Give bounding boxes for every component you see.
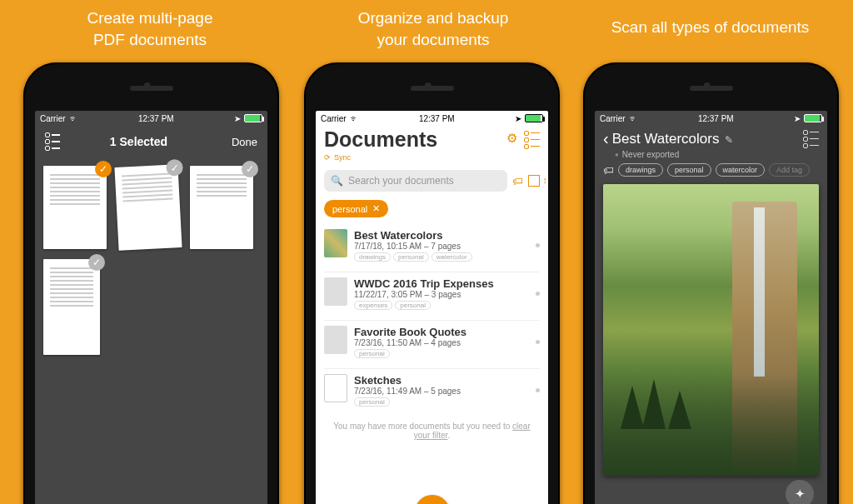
check-icon: ✓ xyxy=(88,254,105,271)
doc-subtitle: 11/22/17, 3:05 PM – 3 pages xyxy=(354,290,526,299)
page-thumb[interactable]: ✓ xyxy=(43,166,107,249)
status-time: 12:37 PM xyxy=(698,114,734,123)
battery-icon xyxy=(525,114,543,122)
doc-tag: personal xyxy=(393,252,429,262)
magic-wand-button[interactable]: ✦ xyxy=(786,480,814,504)
tag-icon xyxy=(603,162,614,177)
wifi-icon: ᯤ xyxy=(629,113,638,123)
search-input[interactable]: 🔍 Search your documents xyxy=(324,170,507,192)
menu-dot-icon[interactable] xyxy=(536,292,540,296)
doc-title: Sketches xyxy=(354,374,526,387)
doc-subtitle: 7/17/18, 10:15 AM – 7 pages xyxy=(354,242,526,251)
list-view-icon[interactable] xyxy=(524,131,540,149)
caption-2: Organize and backup your documents xyxy=(308,7,558,50)
chevron-left-icon: ‹ xyxy=(603,129,609,148)
document-row[interactable]: Favorite Book Quotes 7/23/16, 11:50 AM –… xyxy=(324,320,540,363)
filter-chip-label: personal xyxy=(332,204,367,214)
search-icon: 🔍 xyxy=(331,175,343,187)
search-placeholder: Search your documents xyxy=(348,175,454,187)
tag-pill[interactable]: drawings xyxy=(618,163,663,177)
scanned-image[interactable] xyxy=(603,184,819,476)
carrier-label: Carrier xyxy=(600,114,626,123)
check-icon: ✓ xyxy=(242,161,258,177)
status-time: 12:37 PM xyxy=(138,114,174,123)
location-icon: ➤ xyxy=(234,114,241,123)
document-row[interactable]: Best Watercolors 7/17/18, 10:15 AM – 7 p… xyxy=(324,224,540,267)
page-thumb[interactable]: ✓ xyxy=(43,259,100,355)
caption-1: Create multi-page PDF documents xyxy=(33,7,267,50)
doc-thumb xyxy=(324,374,347,402)
close-icon[interactable]: ✕ xyxy=(372,203,380,214)
check-icon: ✓ xyxy=(95,161,112,177)
select-mode-icon[interactable] xyxy=(45,132,60,151)
menu-dot-icon[interactable] xyxy=(536,340,540,344)
filter-footer: You may have more documents but you need… xyxy=(316,418,548,443)
page-thumb[interactable]: ✓ xyxy=(190,166,253,249)
sync-label: Sync xyxy=(334,153,351,162)
phone-3: Carrierᯤ 12:37 PM ➤ ‹ Best Watercolors N… xyxy=(583,62,839,504)
page-thumbnails: ✓ ✓ ✓ ✓ xyxy=(35,157,267,363)
tag-pill[interactable]: watercolor xyxy=(716,163,766,177)
filter-chip[interactable]: personal ✕ xyxy=(324,200,388,217)
status-time: 12:37 PM xyxy=(419,114,455,123)
battery-icon xyxy=(804,114,822,122)
doc-title: Best Watercolors xyxy=(612,131,720,147)
nav-title: 1 Selected xyxy=(60,135,217,148)
list-view-icon[interactable] xyxy=(803,130,819,148)
add-document-button[interactable]: ＋ xyxy=(415,495,450,504)
tag-pill[interactable]: personal xyxy=(667,163,711,177)
doc-tag: drawings xyxy=(354,252,391,262)
sort-icon[interactable] xyxy=(528,175,540,187)
doc-thumb xyxy=(324,277,347,306)
document-row[interactable]: Sketches 7/23/16, 11:49 AM – 5 pages per… xyxy=(324,368,540,412)
location-icon: ➤ xyxy=(794,114,801,123)
carrier-label: Carrier xyxy=(40,114,66,123)
carrier-label: Carrier xyxy=(321,114,347,123)
page-thumb[interactable]: ✓ xyxy=(114,164,182,251)
sync-icon[interactable]: ⟳ xyxy=(324,153,331,162)
check-icon: ✓ xyxy=(166,159,183,177)
doc-tag: personal xyxy=(354,397,390,407)
doc-subtitle: 7/23/16, 11:49 AM – 5 pages xyxy=(354,387,526,396)
page-title: Documents xyxy=(324,127,437,152)
back-button[interactable]: ‹ Best Watercolors xyxy=(603,129,733,148)
doc-title: WWDC 2016 Trip Expenses xyxy=(354,277,526,290)
doc-tag: personal xyxy=(354,349,390,358)
done-button[interactable]: Done xyxy=(217,136,257,148)
doc-thumb xyxy=(324,326,347,354)
menu-dot-icon[interactable] xyxy=(536,388,540,392)
battery-icon xyxy=(244,114,262,122)
document-row[interactable]: WWDC 2016 Trip Expenses 11/22/17, 3:05 P… xyxy=(324,272,540,315)
location-icon: ➤ xyxy=(515,114,521,123)
pencil-icon[interactable] xyxy=(722,131,733,147)
wifi-icon: ᯤ xyxy=(350,113,359,123)
add-tag-button[interactable]: Add tag xyxy=(769,163,810,177)
doc-title: Best Watercolors xyxy=(354,229,526,242)
phone-2: Carrierᯤ 12:37 PM ➤ Documents ⟳Sync 🔍 Se… xyxy=(304,62,560,504)
doc-title: Favorite Book Quotes xyxy=(354,326,526,338)
wifi-icon: ᯤ xyxy=(69,113,78,123)
doc-subtitle: 7/23/16, 11:50 AM – 4 pages xyxy=(354,338,526,347)
tag-filter-icon[interactable] xyxy=(512,173,523,188)
phone-1: Carrierᯤ 12:37 PM ➤ 1 Selected Done ✓ ✓ … xyxy=(23,62,279,504)
document-list: Best Watercolors 7/17/18, 10:15 AM – 7 p… xyxy=(316,222,548,418)
caption-3: Scan all types of documents xyxy=(583,17,837,38)
menu-dot-icon[interactable] xyxy=(536,243,540,247)
export-status: Never exported xyxy=(595,150,827,162)
doc-tag: expenses xyxy=(354,301,392,310)
doc-tag: watercolor xyxy=(431,252,472,262)
doc-thumb xyxy=(324,229,347,257)
doc-tag: personal xyxy=(395,301,431,310)
gear-icon[interactable] xyxy=(506,131,517,149)
